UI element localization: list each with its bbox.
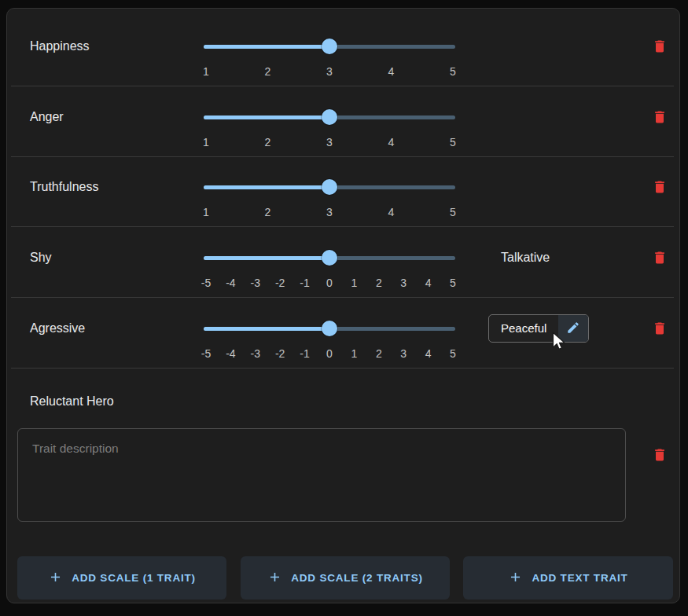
- row-divider: [11, 297, 674, 298]
- plus-icon: [267, 570, 282, 587]
- trait-slider[interactable]: [204, 179, 455, 195]
- slider-tick-labels: 1 2 3 4 5: [206, 206, 453, 219]
- slider-thumb[interactable]: [322, 109, 337, 125]
- row-divider: [11, 368, 674, 368]
- text-trait-name: Reluctant Hero: [30, 394, 114, 409]
- trait-slider[interactable]: [204, 109, 455, 125]
- trait-row-truthfulness: Truthfulness 1 2 3 4 5: [7, 171, 679, 228]
- plus-icon: [48, 570, 63, 587]
- delete-trait-button[interactable]: [649, 108, 670, 128]
- right-trait-name-editor[interactable]: Peaceful: [488, 314, 589, 343]
- trait-slider[interactable]: [204, 321, 455, 336]
- slider-tick-labels: 1 2 3 4 5: [206, 136, 453, 149]
- slider-tick-labels: -5 -4 -3 -2 -1 0 1 2 3 4 5: [206, 347, 453, 361]
- delete-trait-button[interactable]: [649, 178, 670, 198]
- page: Happiness 1 2 3 4 5 Anger: [0, 0, 688, 616]
- trait-slider[interactable]: [204, 250, 455, 266]
- slider-thumb[interactable]: [322, 321, 337, 336]
- slider-fill: [204, 185, 329, 189]
- trash-icon: [652, 250, 668, 268]
- trait-name-left: Agressive: [30, 313, 85, 344]
- row-divider: [11, 226, 674, 227]
- row-divider: [11, 156, 674, 157]
- trait-name-left: Shy: [30, 242, 52, 273]
- slider-fill: [204, 327, 329, 331]
- trait-row-anger: Anger 1 2 3 4 5: [7, 101, 679, 158]
- delete-trait-button[interactable]: [649, 248, 670, 269]
- trait-name: Happiness: [30, 31, 90, 62]
- slider-fill: [204, 116, 329, 119]
- slider-tick-labels: -5 -4 -3 -2 -1 0 1 2 3 4 5: [206, 277, 453, 290]
- trait-description-input[interactable]: [17, 428, 626, 522]
- traits-panel: Happiness 1 2 3 4 5 Anger: [6, 8, 680, 603]
- trait-name-right: Talkative: [501, 242, 550, 273]
- delete-trait-button[interactable]: [649, 319, 670, 339]
- slider-tick-labels: 1 2 3 4 5: [206, 65, 453, 79]
- plus-icon: [508, 570, 523, 587]
- trait-row-shy: Shy -5 -4 -3 -2 -1 0 1 2 3 4 5 Talkative: [7, 242, 679, 299]
- trait-row-agressive: Agressive -5 -4 -3 -2 -1 0 1 2 3 4 5 Pea…: [7, 313, 679, 369]
- slider-thumb[interactable]: [322, 250, 337, 266]
- trait-name: Truthfulness: [30, 171, 98, 203]
- right-trait-name-value[interactable]: Peaceful: [489, 315, 558, 342]
- trait-row-happiness: Happiness 1 2 3 4 5: [7, 31, 679, 87]
- edit-button[interactable]: [558, 315, 588, 342]
- trash-icon: [652, 179, 668, 197]
- delete-trait-button[interactable]: [649, 37, 670, 57]
- add-scale-2-label: ADD SCALE (2 TRAITS): [291, 572, 423, 584]
- slider-fill: [204, 256, 329, 260]
- delete-text-trait-button[interactable]: [649, 446, 670, 466]
- add-scale-2-traits-button[interactable]: ADD SCALE (2 TRAITS): [241, 556, 450, 600]
- slider-thumb[interactable]: [322, 179, 337, 195]
- trash-icon: [652, 321, 668, 339]
- slider-thumb[interactable]: [322, 38, 337, 54]
- trash-icon: [652, 38, 668, 57]
- row-divider: [11, 86, 674, 86]
- add-text-trait-button[interactable]: ADD TEXT TRAIT: [463, 556, 673, 600]
- trait-name: Anger: [30, 101, 64, 133]
- trash-icon: [652, 109, 668, 127]
- add-scale-1-label: ADD SCALE (1 TRAIT): [72, 572, 196, 584]
- add-scale-1-trait-button[interactable]: ADD SCALE (1 TRAIT): [17, 556, 226, 600]
- slider-fill: [204, 45, 329, 49]
- trash-icon: [652, 447, 668, 465]
- add-text-trait-label: ADD TEXT TRAIT: [532, 572, 627, 584]
- pencil-icon: [566, 321, 580, 337]
- trait-slider[interactable]: [204, 38, 455, 54]
